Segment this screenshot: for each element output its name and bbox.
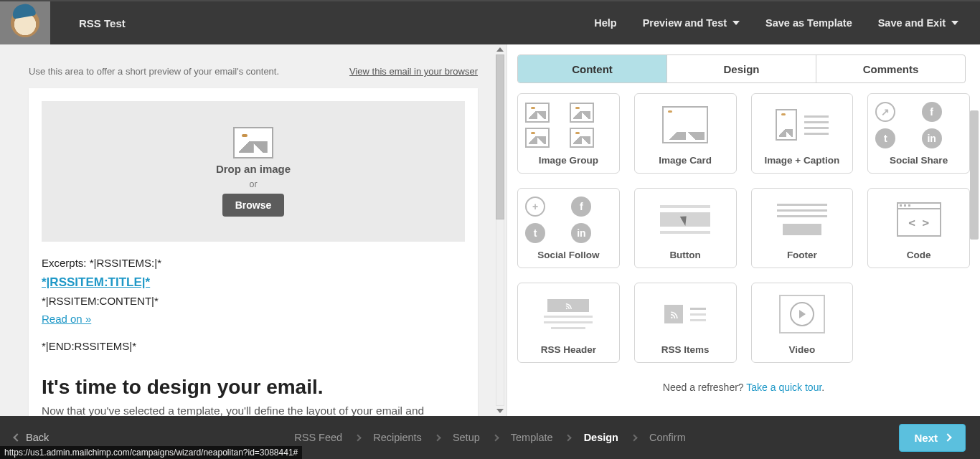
block-footer[interactable]: Footer xyxy=(751,188,854,268)
image-drop-zone[interactable]: Drop an image or Browse xyxy=(42,101,465,242)
linkedin-icon: in xyxy=(571,223,591,243)
right-scrollbar[interactable] xyxy=(969,83,980,416)
tab-comments[interactable]: Comments xyxy=(816,55,965,82)
rss-icon xyxy=(669,310,679,319)
block-label: Footer xyxy=(787,250,817,260)
chevron-down-icon xyxy=(951,21,958,25)
right-tabs: Content Design Comments xyxy=(517,55,966,83)
rss-read-on-link[interactable]: Read on » xyxy=(42,313,91,325)
cursor-icon xyxy=(680,214,690,226)
block-label: Image Card xyxy=(659,155,712,166)
logo[interactable] xyxy=(0,1,50,44)
block-label: Social Follow xyxy=(537,250,599,260)
wizard-steps: RSS Feed Recipients Setup Template Desig… xyxy=(294,432,685,443)
twitter-icon: t xyxy=(525,223,545,243)
chevron-right-icon xyxy=(631,434,638,441)
step-setup[interactable]: Setup xyxy=(453,432,480,443)
next-button[interactable]: Next xyxy=(899,424,966,452)
chevron-right-icon xyxy=(565,434,572,441)
block-label: Image + Caption xyxy=(765,155,840,166)
block-social-follow[interactable]: + f t in Social Follow xyxy=(517,188,620,268)
preview-and-test-action[interactable]: Preview and Test xyxy=(643,17,740,29)
topbar: RSS Test Help Preview and Test Save as T… xyxy=(0,0,980,44)
help-action[interactable]: Help xyxy=(594,17,616,29)
view-in-browser-link[interactable]: View this email in your browser xyxy=(349,66,478,77)
block-image-card[interactable]: Image Card xyxy=(634,93,737,174)
chevron-right-icon xyxy=(943,433,951,441)
scroll-up-arrow[interactable] xyxy=(494,44,507,55)
play-icon xyxy=(790,302,814,326)
step-template[interactable]: Template xyxy=(511,432,553,443)
image-placeholder-icon xyxy=(233,127,273,158)
code-icon: < > xyxy=(898,209,940,235)
mailchimp-monkey-icon xyxy=(11,9,39,37)
rss-icon xyxy=(565,302,573,310)
rss-merge-tags[interactable]: Excerpts: *|RSSITEMS:|* *|RSSITEM:TITLE|… xyxy=(42,255,465,356)
or-label: or xyxy=(249,179,257,189)
block-button[interactable]: Button xyxy=(634,188,737,268)
twitter-icon: t xyxy=(875,128,895,148)
chevron-right-icon xyxy=(354,434,362,441)
share-icon: ↗ xyxy=(875,102,895,122)
step-confirm[interactable]: Confirm xyxy=(649,432,686,443)
block-label: Button xyxy=(669,250,700,260)
design-body-text: Now that you've selected a template, you… xyxy=(42,404,465,416)
preview-row: Use this area to offer a short preview o… xyxy=(29,66,478,77)
scroll-thumb[interactable] xyxy=(970,110,979,240)
block-label: Social Share xyxy=(890,155,948,166)
chevron-down-icon xyxy=(732,21,740,25)
refresher-text: Need a refresher? Take a quick tour. xyxy=(517,382,970,393)
facebook-icon: f xyxy=(571,197,591,217)
save-as-template-action[interactable]: Save as Template xyxy=(765,17,852,29)
canvas-scrollbar[interactable] xyxy=(494,44,507,416)
block-label: Video xyxy=(789,344,816,355)
chevron-left-icon xyxy=(13,433,21,441)
block-rss-header[interactable]: RSS Header xyxy=(517,283,620,363)
plus-icon: + xyxy=(525,197,545,217)
design-heading: It's time to design your email. xyxy=(42,376,465,399)
take-tour-link[interactable]: Take a quick tour xyxy=(746,382,821,393)
email-card: Drop an image or Browse Excerpts: *|RSSI… xyxy=(29,88,478,416)
main-area: Use this area to offer a short preview o… xyxy=(0,44,980,416)
step-design[interactable]: Design xyxy=(584,432,618,443)
rss-excerpts-line: Excerpts: *|RSSITEMS:|* xyxy=(42,255,465,273)
block-code[interactable]: < > Code xyxy=(867,188,970,268)
block-label: Code xyxy=(907,250,931,260)
content-blocks-area: Image Group Image Card Image + Caption ↗ xyxy=(507,83,980,416)
step-recipients[interactable]: Recipients xyxy=(373,432,422,443)
block-social-share[interactable]: ↗ f t in Social Share xyxy=(867,93,970,174)
app-title: RSS Test xyxy=(79,17,126,29)
scroll-down-arrow[interactable] xyxy=(494,406,507,416)
block-label: RSS Header xyxy=(541,344,596,355)
block-image-caption[interactable]: Image + Caption xyxy=(751,93,854,174)
chevron-right-icon xyxy=(491,434,499,441)
facebook-icon: f xyxy=(922,102,942,122)
window-bar-icon xyxy=(898,204,940,209)
rss-end-tag: *|END:RSSITEMS|* xyxy=(42,338,465,356)
status-bar-url: https://us1.admin.mailchimp.com/campaign… xyxy=(0,446,302,459)
block-rss-items[interactable]: RSS Items xyxy=(634,283,737,363)
chevron-right-icon xyxy=(433,434,440,441)
linkedin-icon: in xyxy=(922,128,942,148)
bottombar: Back RSS Feed Recipients Setup Template … xyxy=(0,416,980,459)
tab-content[interactable]: Content xyxy=(518,55,667,82)
block-label: Image Group xyxy=(539,155,598,166)
scroll-thumb[interactable] xyxy=(496,55,504,219)
topbar-actions: Help Preview and Test Save as Template S… xyxy=(594,17,980,29)
save-and-exit-action[interactable]: Save and Exit xyxy=(878,17,958,29)
tab-design[interactable]: Design xyxy=(667,55,816,82)
block-video[interactable]: Video xyxy=(751,283,854,363)
rss-item-content-tag: *|RSSITEM:CONTENT|* xyxy=(42,293,465,311)
browse-button[interactable]: Browse xyxy=(222,194,285,217)
step-rss-feed[interactable]: RSS Feed xyxy=(294,432,342,443)
block-label: RSS Items xyxy=(661,344,710,355)
email-canvas: Use this area to offer a short preview o… xyxy=(0,44,507,416)
preview-placeholder-text: Use this area to offer a short preview o… xyxy=(29,66,279,77)
right-panel: Content Design Comments Image Group Imag… xyxy=(507,44,980,416)
back-button[interactable]: Back xyxy=(14,432,49,443)
rss-item-title-tag[interactable]: *|RSSITEM:TITLE|* xyxy=(42,275,150,289)
drop-label: Drop an image xyxy=(216,163,291,175)
block-image-group[interactable]: Image Group xyxy=(517,93,620,174)
